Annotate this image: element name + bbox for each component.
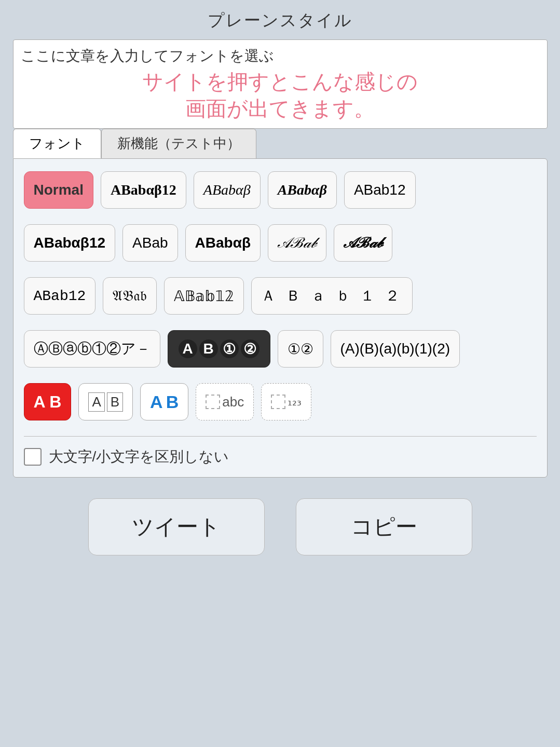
copy-button[interactable]: コピー: [296, 498, 472, 555]
page-title: プレーンスタイル: [208, 0, 352, 39]
font-btn-bold-sans[interactable]: ABabαβ: [185, 224, 261, 262]
font-btn-sans-light[interactable]: ABab12: [344, 171, 416, 209]
font-btn-circled-black[interactable]: AB①②: [168, 330, 270, 368]
text-input-area[interactable]: ここに文章を入力してフォントを選ぶ サイトを押すとこんな感じの画面が出てきます。: [13, 39, 548, 129]
font-btn-bold-italic-serif[interactable]: ABabαβ: [268, 171, 337, 209]
tab-new-feature[interactable]: 新機能（テスト中）: [101, 129, 256, 158]
font-row-2: ABabαβ12 ABab ABabαβ 𝒜ℬ𝒶𝒷 𝒜ℬ𝒶𝒷: [24, 224, 537, 262]
font-btn-bold-sans-extra[interactable]: ABabαβ12: [24, 224, 116, 262]
font-btn-parenthesized[interactable]: (A)(B)(a)(b)(1)(2): [331, 330, 460, 368]
font-btn-double-struck[interactable]: 𝔸𝔹𝕒𝕓𝟙𝟚: [164, 277, 244, 315]
tweet-button[interactable]: ツイート: [88, 498, 265, 555]
font-btn-italic-serif[interactable]: ABabαβ: [194, 171, 261, 209]
font-row-3: ABab12 𝔄𝔅𝔞𝔟 𝔸𝔹𝕒𝕓𝟙𝟚 Ａ Ｂ ａ ｂ １ ２: [24, 277, 537, 315]
font-btn-square-color[interactable]: A B: [140, 383, 188, 420]
main-panel: Normal ABabαβ12 ABabαβ ABabαβ ABab12 ABa…: [13, 158, 548, 478]
font-btn-cursive1[interactable]: 𝒜ℬ𝒶𝒷: [268, 224, 326, 262]
font-btn-square-red[interactable]: A B: [24, 383, 72, 420]
font-btn-dotted-abc[interactable]: abc: [196, 383, 254, 420]
font-btn-spaced[interactable]: Ａ Ｂ ａ ｂ １ ２: [251, 277, 413, 315]
text-input-overlay: サイトを押すとこんな感じの画面が出てきます。: [21, 68, 540, 122]
checkbox-label: 大文字/小文字を区別しない: [49, 447, 229, 467]
font-btn-dotted-123[interactable]: ₁₂₃: [261, 383, 311, 420]
divider: [24, 436, 537, 437]
font-btn-cursive2[interactable]: 𝒜ℬ𝒶𝒷: [334, 224, 392, 262]
case-insensitive-checkbox[interactable]: [24, 448, 42, 466]
font-row-5: A B A B A B abc ₁₂₃: [24, 383, 537, 420]
font-btn-normal[interactable]: Normal: [24, 171, 93, 209]
font-btn-fraktur[interactable]: 𝔄𝔅𝔞𝔟: [103, 277, 157, 315]
font-row-1: Normal ABabαβ12 ABabαβ ABabαβ ABab12: [24, 171, 537, 209]
text-input-placeholder: ここに文章を入力してフォントを選ぶ: [21, 46, 540, 66]
font-row-4: ⒶⒷⓐⓑ①②ア－ AB①② ①② (A)(B)(a)(b)(1)(2): [24, 330, 537, 368]
font-btn-square-outline[interactable]: A B: [78, 383, 133, 420]
font-btn-mono[interactable]: ABab12: [24, 277, 96, 315]
bottom-buttons: ツイート コピー: [88, 498, 472, 555]
tabs-container: フォント 新機能（テスト中）: [13, 129, 548, 158]
font-btn-circled-outline[interactable]: ①②: [278, 330, 323, 368]
tab-font[interactable]: フォント: [13, 129, 101, 158]
font-btn-sans-reg[interactable]: ABab: [122, 224, 178, 262]
font-btn-circled[interactable]: ⒶⒷⓐⓑ①②ア－: [24, 330, 160, 368]
font-btn-bold-serif[interactable]: ABabαβ12: [101, 171, 186, 209]
checkbox-row: 大文字/小文字を区別しない: [24, 447, 537, 467]
